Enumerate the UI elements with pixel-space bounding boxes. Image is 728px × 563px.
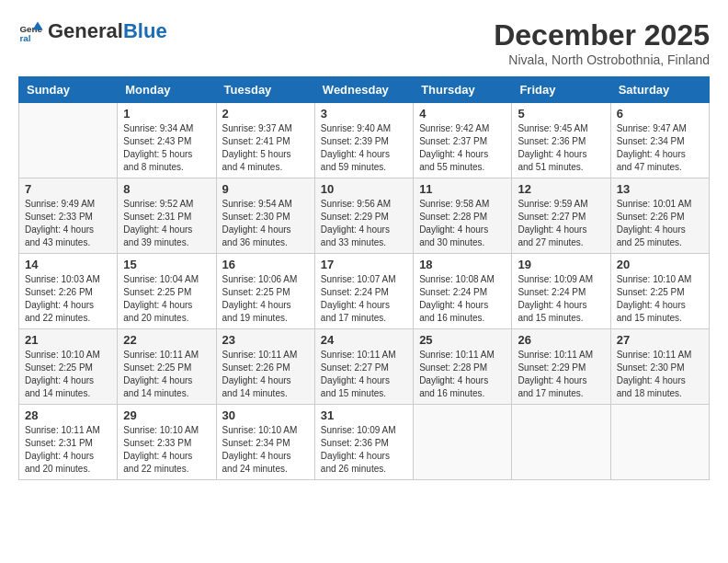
day-number: 29 — [123, 408, 210, 422]
day-number: 8 — [123, 182, 210, 196]
calendar-week-row: 1Sunrise: 9:34 AM Sunset: 2:43 PM Daylig… — [19, 103, 710, 178]
calendar-cell: 6Sunrise: 9:47 AM Sunset: 2:34 PM Daylig… — [610, 103, 709, 178]
day-info: Sunrise: 9:47 AM Sunset: 2:34 PM Dayligh… — [617, 122, 703, 174]
calendar-cell: 23Sunrise: 10:11 AM Sunset: 2:26 PM Dayl… — [216, 329, 314, 405]
day-info: Sunrise: 9:49 AM Sunset: 2:33 PM Dayligh… — [25, 198, 111, 249]
day-number: 18 — [419, 258, 506, 271]
day-info: Sunrise: 10:10 AM Sunset: 2:33 PM Daylig… — [123, 424, 210, 476]
calendar-header-sunday: Sunday — [19, 77, 118, 103]
calendar-cell: 22Sunrise: 10:11 AM Sunset: 2:25 PM Dayl… — [118, 329, 216, 405]
day-number: 1 — [123, 107, 210, 121]
day-info: Sunrise: 9:58 AM Sunset: 2:28 PM Dayligh… — [419, 198, 506, 249]
day-number: 20 — [617, 258, 703, 271]
day-number: 17 — [321, 258, 407, 271]
calendar-header-monday: Monday — [118, 77, 216, 103]
day-number: 22 — [123, 333, 210, 347]
calendar-week-row: 28Sunrise: 10:11 AM Sunset: 2:31 PM Dayl… — [19, 405, 710, 480]
calendar-header-wednesday: Wednesday — [314, 77, 413, 103]
calendar-header-thursday: Thursday — [414, 77, 512, 103]
day-number: 25 — [419, 333, 506, 347]
calendar-cell: 18Sunrise: 10:08 AM Sunset: 2:24 PM Dayl… — [414, 254, 512, 329]
day-info: Sunrise: 10:09 AM Sunset: 2:24 PM Daylig… — [518, 273, 604, 325]
day-info: Sunrise: 10:11 AM Sunset: 2:27 PM Daylig… — [321, 349, 407, 400]
day-number: 14 — [25, 258, 111, 271]
day-info: Sunrise: 10:10 AM Sunset: 2:25 PM Daylig… — [25, 349, 111, 400]
day-info: Sunrise: 10:11 AM Sunset: 2:29 PM Daylig… — [518, 349, 604, 400]
calendar-cell: 15Sunrise: 10:04 AM Sunset: 2:25 PM Dayl… — [118, 254, 216, 329]
title-section: December 2025 Nivala, North Ostrobothnia… — [494, 18, 710, 67]
day-number: 4 — [419, 107, 506, 121]
calendar-cell: 20Sunrise: 10:10 AM Sunset: 2:25 PM Dayl… — [610, 254, 709, 329]
day-info: Sunrise: 10:08 AM Sunset: 2:24 PM Daylig… — [419, 273, 506, 325]
day-number: 7 — [25, 182, 111, 196]
day-number: 2 — [222, 107, 309, 121]
day-number: 31 — [321, 408, 407, 422]
day-info: Sunrise: 10:10 AM Sunset: 2:34 PM Daylig… — [222, 424, 309, 476]
day-number: 3 — [321, 107, 407, 121]
day-info: Sunrise: 10:04 AM Sunset: 2:25 PM Daylig… — [123, 273, 210, 325]
day-number: 5 — [518, 107, 604, 121]
calendar-cell: 27Sunrise: 10:11 AM Sunset: 2:30 PM Dayl… — [610, 329, 709, 405]
day-number: 6 — [617, 107, 703, 121]
day-info: Sunrise: 9:40 AM Sunset: 2:39 PM Dayligh… — [321, 122, 407, 174]
day-info: Sunrise: 10:11 AM Sunset: 2:28 PM Daylig… — [419, 349, 506, 400]
calendar-cell: 31Sunrise: 10:09 AM Sunset: 2:36 PM Dayl… — [314, 405, 413, 480]
day-info: Sunrise: 9:54 AM Sunset: 2:30 PM Dayligh… — [222, 198, 309, 249]
day-info: Sunrise: 10:11 AM Sunset: 2:26 PM Daylig… — [222, 349, 309, 400]
day-number: 30 — [222, 408, 309, 422]
calendar-cell: 4Sunrise: 9:42 AM Sunset: 2:37 PM Daylig… — [414, 103, 512, 178]
calendar-cell — [610, 405, 709, 480]
calendar-week-row: 21Sunrise: 10:10 AM Sunset: 2:25 PM Dayl… — [19, 329, 710, 405]
day-info: Sunrise: 9:34 AM Sunset: 2:43 PM Dayligh… — [123, 122, 210, 174]
day-info: Sunrise: 10:10 AM Sunset: 2:25 PM Daylig… — [617, 273, 703, 325]
day-info: Sunrise: 10:09 AM Sunset: 2:36 PM Daylig… — [321, 424, 407, 476]
day-number: 16 — [222, 258, 309, 271]
calendar-cell: 13Sunrise: 10:01 AM Sunset: 2:26 PM Dayl… — [610, 178, 709, 254]
calendar-cell: 29Sunrise: 10:10 AM Sunset: 2:33 PM Dayl… — [118, 405, 216, 480]
calendar-cell: 10Sunrise: 9:56 AM Sunset: 2:29 PM Dayli… — [314, 178, 413, 254]
logo-icon: Gene ral — [18, 18, 44, 44]
day-info: Sunrise: 9:52 AM Sunset: 2:31 PM Dayligh… — [123, 198, 210, 249]
calendar-cell: 26Sunrise: 10:11 AM Sunset: 2:29 PM Dayl… — [512, 329, 610, 405]
calendar-cell: 14Sunrise: 10:03 AM Sunset: 2:26 PM Dayl… — [19, 254, 118, 329]
calendar-header-tuesday: Tuesday — [216, 77, 314, 103]
day-number: 21 — [25, 333, 111, 347]
day-info: Sunrise: 10:11 AM Sunset: 2:30 PM Daylig… — [617, 349, 703, 400]
calendar-week-row: 14Sunrise: 10:03 AM Sunset: 2:26 PM Dayl… — [19, 254, 710, 329]
day-number: 19 — [518, 258, 604, 271]
calendar-cell — [19, 103, 118, 178]
page-header: Gene ral GeneralBlue December 2025 Nival… — [18, 18, 710, 67]
calendar-cell — [414, 405, 512, 480]
logo-text: GeneralBlue — [48, 20, 167, 42]
calendar-cell: 17Sunrise: 10:07 AM Sunset: 2:24 PM Dayl… — [314, 254, 413, 329]
day-number: 24 — [321, 333, 407, 347]
calendar-cell: 2Sunrise: 9:37 AM Sunset: 2:41 PM Daylig… — [216, 103, 314, 178]
day-info: Sunrise: 10:01 AM Sunset: 2:26 PM Daylig… — [617, 198, 703, 249]
calendar-cell: 28Sunrise: 10:11 AM Sunset: 2:31 PM Dayl… — [19, 405, 118, 480]
calendar-cell: 5Sunrise: 9:45 AM Sunset: 2:36 PM Daylig… — [512, 103, 610, 178]
calendar-header-saturday: Saturday — [610, 77, 709, 103]
svg-text:ral: ral — [19, 33, 30, 43]
page-subtitle: Nivala, North Ostrobothnia, Finland — [494, 52, 710, 67]
logo: Gene ral GeneralBlue — [18, 18, 167, 44]
day-number: 12 — [518, 182, 604, 196]
calendar-header-friday: Friday — [512, 77, 610, 103]
day-number: 26 — [518, 333, 604, 347]
calendar-cell: 30Sunrise: 10:10 AM Sunset: 2:34 PM Dayl… — [216, 405, 314, 480]
day-number: 9 — [222, 182, 309, 196]
day-info: Sunrise: 10:07 AM Sunset: 2:24 PM Daylig… — [321, 273, 407, 325]
day-number: 11 — [419, 182, 506, 196]
calendar-header-row: SundayMondayTuesdayWednesdayThursdayFrid… — [19, 77, 710, 103]
day-number: 15 — [123, 258, 210, 271]
calendar-cell: 11Sunrise: 9:58 AM Sunset: 2:28 PM Dayli… — [414, 178, 512, 254]
day-number: 28 — [25, 408, 111, 422]
calendar-table: SundayMondayTuesdayWednesdayThursdayFrid… — [18, 76, 710, 480]
day-info: Sunrise: 10:11 AM Sunset: 2:31 PM Daylig… — [25, 424, 111, 476]
calendar-cell: 9Sunrise: 9:54 AM Sunset: 2:30 PM Daylig… — [216, 178, 314, 254]
calendar-cell: 3Sunrise: 9:40 AM Sunset: 2:39 PM Daylig… — [314, 103, 413, 178]
calendar-cell: 8Sunrise: 9:52 AM Sunset: 2:31 PM Daylig… — [118, 178, 216, 254]
page-title: December 2025 — [494, 18, 710, 52]
calendar-cell: 7Sunrise: 9:49 AM Sunset: 2:33 PM Daylig… — [19, 178, 118, 254]
calendar-cell: 12Sunrise: 9:59 AM Sunset: 2:27 PM Dayli… — [512, 178, 610, 254]
calendar-cell: 19Sunrise: 10:09 AM Sunset: 2:24 PM Dayl… — [512, 254, 610, 329]
